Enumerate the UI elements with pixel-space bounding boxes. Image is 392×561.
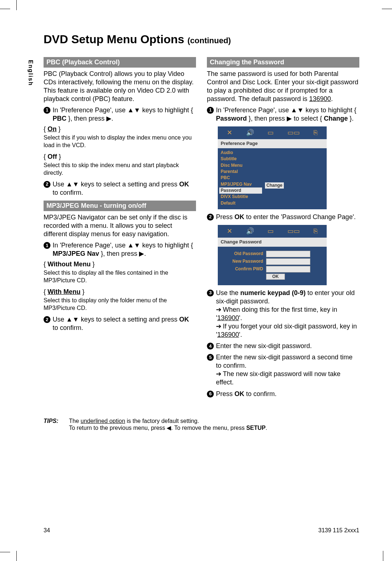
step-number-icon: 5 — [207, 354, 214, 361]
confirm-pwd-field — [266, 266, 310, 273]
step-number-icon: 1 — [44, 107, 50, 114]
step-number-icon: 3 — [207, 290, 214, 296]
pwd-step-3: 3 Use the numeric keypad (0-9) to enter … — [207, 289, 359, 339]
option-off: Off — [48, 153, 57, 160]
speaker-icon: 🔊 — [246, 227, 254, 235]
option-off-desc: Select this to skip the index menu and s… — [44, 162, 196, 177]
ui-preference-page: ✕ 🔊 ▭ ▭▭ ⎘ Preference Page Audio Subtitl… — [218, 126, 327, 209]
ui-title: Change Password — [218, 238, 327, 247]
ok-button: OK — [266, 274, 285, 280]
option-on: On — [48, 125, 57, 133]
speaker-icon: 🔊 — [246, 129, 254, 137]
option-on-desc: Select this if you wish to display the i… — [44, 134, 196, 149]
language-tab: English — [27, 60, 34, 86]
video-icon: ▭ — [268, 129, 274, 137]
section-pbc-header: PBC (Playback Control) — [44, 57, 196, 68]
step-number-icon: 2 — [44, 181, 50, 188]
mp3-step-1: 1 In 'Preference Page', use ▲▼ keys to h… — [44, 241, 196, 258]
mp3-step-2: 2 Use ▲▼ keys to select a setting and pr… — [44, 315, 196, 332]
step-number-icon: 4 — [207, 343, 214, 350]
new-password-field — [266, 258, 310, 265]
tools-icon: ✕ — [227, 227, 232, 235]
pwd-step-4: 4 Enter the new six-digit password. — [207, 342, 359, 350]
ui-change-password: ✕ 🔊 ▭ ▭▭ ⎘ Change Password Old Password … — [218, 225, 327, 285]
password-intro: The same password is used for both Paren… — [207, 70, 359, 103]
doc-code: 3139 115 2xxx1 — [318, 527, 359, 534]
pbc-step-1: 1 In 'Preference Page', use ▲▼ keys to h… — [44, 106, 196, 123]
ui-menu-list: Audio Subtitle Disc Menu Parental PBC MP… — [218, 148, 264, 209]
step-number-icon: 2 — [44, 316, 50, 323]
result-text: When doing this for the first time, key … — [216, 306, 359, 322]
video-icon: ▭ — [268, 227, 274, 235]
ui-title: Preference Page — [218, 139, 327, 148]
ui-change-option: Change — [265, 182, 284, 189]
dash-icon: ▭▭ — [287, 129, 300, 137]
page-number: 34 — [44, 527, 50, 534]
step-number-icon: 6 — [207, 391, 214, 397]
right-column: Changing the Password The same password … — [207, 53, 359, 400]
exit-icon: ⎘ — [314, 227, 318, 235]
option-with-menu: With Menu — [48, 288, 81, 295]
option-with-menu-desc: Select this to display only the folder m… — [44, 297, 196, 312]
step-number-icon: 2 — [207, 214, 214, 221]
section-password-header: Changing the Password — [207, 57, 359, 68]
left-column: PBC (Playback Control) PBC (Playback Con… — [44, 53, 196, 400]
result-text: The new six-digit password will now take… — [216, 370, 359, 387]
mp3-intro: MP3/JPEG Navigator can be set only if th… — [44, 213, 196, 238]
tips-label: TIPS: — [44, 418, 69, 431]
option-without-menu: Without Menu — [48, 261, 91, 268]
pwd-step-6: 6 Press OK to confirm. — [207, 390, 359, 398]
option-without-menu-desc: Select this to display all the files con… — [44, 269, 196, 284]
tips-section: TIPS: The underlined option is the facto… — [44, 418, 359, 431]
page-title: DVD Setup Menu Options (continued) — [44, 33, 359, 46]
pwd-step-2: 2 Press OK to enter the 'Password Change… — [207, 213, 359, 221]
pwd-step-5: 5 Enter the new six-digit password a sec… — [207, 353, 359, 387]
tools-icon: ✕ — [227, 129, 232, 137]
dash-icon: ▭▭ — [287, 227, 300, 235]
step-number-icon: 1 — [44, 242, 50, 249]
step-number-icon: 1 — [207, 107, 214, 114]
pbc-intro: PBC (Playback Control) allows you to pla… — [44, 70, 196, 103]
old-password-field — [266, 251, 310, 257]
title-continued: (continued) — [187, 36, 231, 45]
title-main: DVD Setup Menu Options — [44, 33, 187, 46]
result-text: If you forget your old six-digit passwor… — [216, 322, 359, 339]
pwd-step-1: 1 In 'Preference Page', use ▲▼ keys to h… — [207, 106, 359, 123]
section-mp3-header: MP3/JPEG Menu - turning on/off — [44, 201, 196, 211]
exit-icon: ⎘ — [314, 129, 318, 137]
pbc-step-2: 2 Use ▲▼ keys to select a setting and pr… — [44, 180, 196, 197]
